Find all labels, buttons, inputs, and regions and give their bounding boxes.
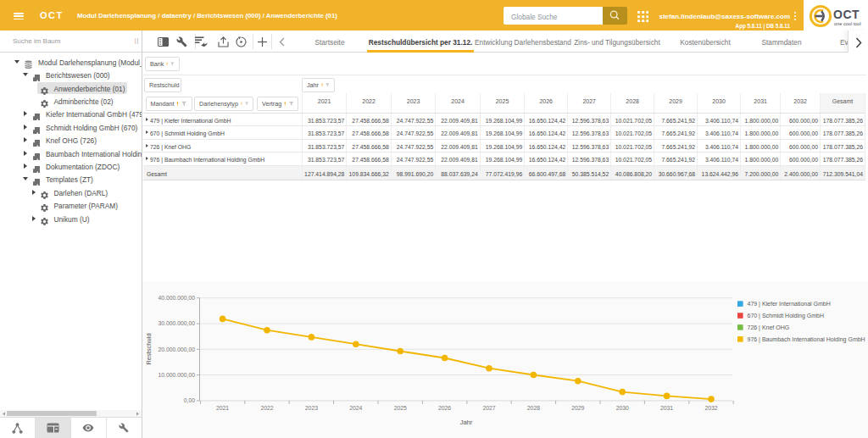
svg-text:20.000.000,00: 20.000.000,00 [159, 347, 196, 352]
svg-text:40.000.000,00: 40.000.000,00 [159, 295, 196, 301]
svg-text:Jahr: Jahr [460, 419, 473, 426]
svg-text:2032: 2032 [704, 405, 717, 411]
svg-text:2026: 2026 [438, 405, 451, 411]
svg-text:2025: 2025 [394, 405, 407, 411]
svg-text:2030: 2030 [616, 405, 629, 411]
svg-text:2027: 2027 [482, 405, 495, 411]
svg-text:2021: 2021 [216, 405, 229, 411]
svg-text:10.000.000,00: 10.000.000,00 [159, 372, 196, 378]
svg-text:Restschuld: Restschuld [145, 333, 153, 364]
svg-text:976 | Baumbach International H: 976 | Baumbach International Holding Gmb… [748, 336, 865, 343]
svg-text:670 | Schmidt Holding GmbH: 670 | Schmidt Holding GmbH [748, 313, 825, 319]
svg-text:2023: 2023 [305, 405, 318, 411]
svg-text:2024: 2024 [349, 405, 362, 411]
svg-text:2022: 2022 [260, 405, 273, 411]
svg-text:2031: 2031 [660, 405, 673, 411]
svg-text:2029: 2029 [571, 405, 584, 411]
svg-text:30.000.000,00: 30.000.000,00 [159, 320, 196, 326]
svg-text:0,00: 0,00 [184, 397, 195, 403]
svg-text:726 | Knef OHG: 726 | Knef OHG [748, 324, 790, 331]
svg-text:479 | Kiefer International Gmb: 479 | Kiefer International GmbH [748, 301, 831, 308]
svg-text:2028: 2028 [527, 405, 540, 411]
